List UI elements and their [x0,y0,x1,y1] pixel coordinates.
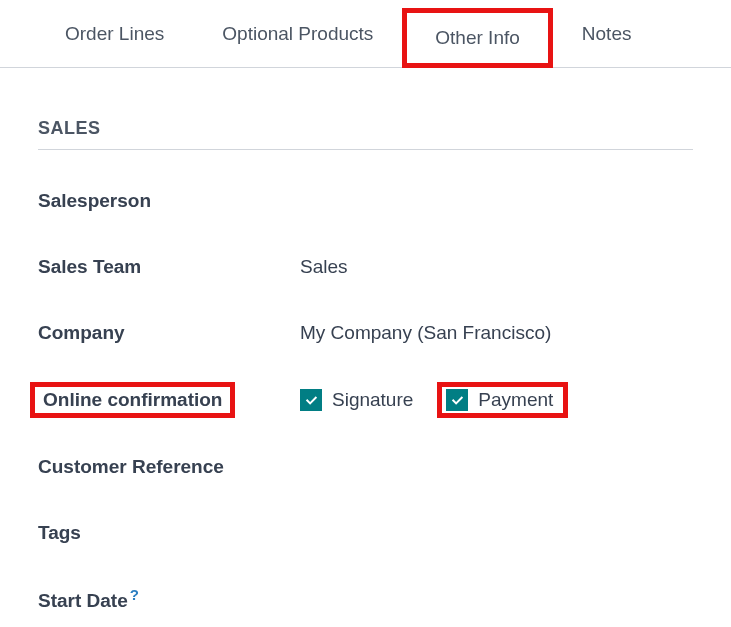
tab-other-info[interactable]: Other Info [402,8,553,68]
tab-order-lines[interactable]: Order Lines [36,8,193,67]
row-company: Company My Company (San Francisco) [38,316,693,350]
label-company: Company [38,322,300,344]
label-checkbox-payment: Payment [478,389,553,411]
checkbox-group-online-confirmation: Signature Payment [300,382,568,418]
value-sales-team[interactable]: Sales [300,256,348,278]
highlight-payment: Payment [437,382,568,418]
help-icon[interactable]: ? [130,586,139,603]
section-sales-title: SALES [38,118,693,150]
row-start-date: Start Date? [38,582,693,616]
value-company[interactable]: My Company (San Francisco) [300,322,551,344]
tab-notes[interactable]: Notes [553,8,661,67]
label-tags: Tags [38,522,300,544]
row-customer-reference: Customer Reference [38,450,693,484]
label-salesperson: Salesperson [38,190,300,212]
row-online-confirmation: Online confirmation Signature Payment [38,382,693,418]
row-salesperson: Salesperson [38,184,693,218]
label-online-confirmation: Online confirmation [38,382,300,418]
label-checkbox-signature: Signature [332,389,413,411]
label-start-date: Start Date? [38,586,300,612]
content-area: SALES Salesperson Sales Team Sales Compa… [0,68,731,616]
row-sales-team: Sales Team Sales [38,250,693,284]
label-customer-reference: Customer Reference [38,456,300,478]
label-sales-team: Sales Team [38,256,300,278]
row-tags: Tags [38,516,693,550]
checkbox-payment[interactable] [446,389,468,411]
tab-optional-products[interactable]: Optional Products [193,8,402,67]
checkbox-signature[interactable] [300,389,322,411]
tab-bar: Order Lines Optional Products Other Info… [0,0,731,68]
